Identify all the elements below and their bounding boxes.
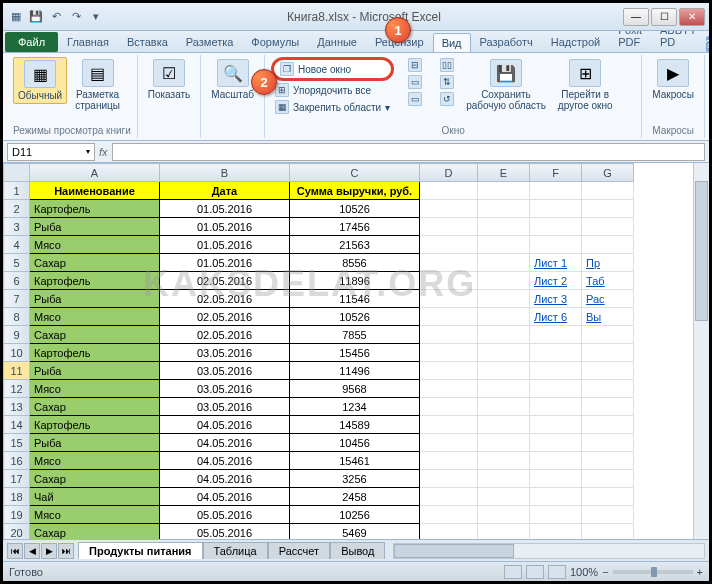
minimize-button[interactable]: — (623, 8, 649, 26)
cell-name[interactable]: Сахар (30, 326, 160, 344)
cell-date[interactable]: 03.05.2016 (160, 362, 290, 380)
tab-главная[interactable]: Главная (58, 32, 118, 52)
cell-value[interactable]: 10526 (290, 308, 420, 326)
row-header[interactable]: 7 (4, 290, 30, 308)
cell-value[interactable]: 11546 (290, 290, 420, 308)
cell-link[interactable] (582, 524, 634, 540)
column-header-C[interactable]: C (290, 164, 420, 182)
row-header[interactable]: 5 (4, 254, 30, 272)
cell-date[interactable]: 04.05.2016 (160, 416, 290, 434)
cell-link[interactable] (582, 326, 634, 344)
cell-name[interactable]: Рыба (30, 362, 160, 380)
row-header[interactable]: 14 (4, 416, 30, 434)
hscroll-thumb[interactable] (394, 544, 514, 558)
row-header[interactable]: 6 (4, 272, 30, 290)
cell-name[interactable]: Мясо (30, 308, 160, 326)
cell[interactable] (420, 326, 478, 344)
normal-view-status-button[interactable] (504, 565, 522, 579)
maximize-button[interactable]: ☐ (651, 8, 677, 26)
sheet-nav-first[interactable]: ⏮ (7, 543, 23, 559)
formula-bar[interactable] (112, 143, 705, 161)
cell[interactable] (420, 452, 478, 470)
cell-name[interactable]: Рыба (30, 218, 160, 236)
row-header[interactable]: 18 (4, 488, 30, 506)
tab-формулы[interactable]: Формулы (242, 32, 308, 52)
sheet-nav-next[interactable]: ▶ (41, 543, 57, 559)
cell-name[interactable]: Картофель (30, 272, 160, 290)
cell-link[interactable] (530, 434, 582, 452)
split-button[interactable]: ⊟ (404, 57, 426, 73)
cell-link[interactable]: Рас (582, 290, 634, 308)
cell-link[interactable] (530, 488, 582, 506)
cell-link[interactable] (530, 380, 582, 398)
cell-link[interactable]: Пр (582, 254, 634, 272)
select-all-corner[interactable] (4, 164, 30, 182)
cell-link[interactable] (582, 488, 634, 506)
cell[interactable] (420, 362, 478, 380)
cell-link[interactable] (530, 362, 582, 380)
cell[interactable] (420, 218, 478, 236)
column-header-G[interactable]: G (582, 164, 634, 182)
cell-link[interactable] (582, 344, 634, 362)
cell-name[interactable]: Сахар (30, 398, 160, 416)
cell-value[interactable]: 1234 (290, 398, 420, 416)
tab-вставка[interactable]: Вставка (118, 32, 177, 52)
cell[interactable] (420, 434, 478, 452)
column-header-A[interactable]: A (30, 164, 160, 182)
help-icon[interactable]: ? (706, 36, 712, 52)
excel-icon[interactable]: ▦ (7, 8, 25, 26)
cell-link[interactable] (582, 200, 634, 218)
cell-date[interactable]: 02.05.2016 (160, 308, 290, 326)
cell-value[interactable]: 21563 (290, 236, 420, 254)
cell-link[interactable] (582, 236, 634, 254)
cell-link[interactable] (582, 218, 634, 236)
switch-windows-button[interactable]: ⊞ Перейти в другое окно (554, 57, 617, 113)
cell-link[interactable]: Лист 2 (530, 272, 582, 290)
cell[interactable] (420, 308, 478, 326)
column-header-F[interactable]: F (530, 164, 582, 182)
row-header[interactable]: 15 (4, 434, 30, 452)
cell-link[interactable] (530, 470, 582, 488)
cell-value[interactable]: 5469 (290, 524, 420, 540)
sheet-nav-prev[interactable]: ◀ (24, 543, 40, 559)
cell-name[interactable]: Сахар (30, 470, 160, 488)
cell-date[interactable]: 03.05.2016 (160, 380, 290, 398)
cell-link[interactable] (530, 236, 582, 254)
unhide-button[interactable]: ▭ (404, 91, 426, 107)
cell[interactable] (420, 200, 478, 218)
cell-date[interactable]: 02.05.2016 (160, 326, 290, 344)
cell-name[interactable]: Чай (30, 488, 160, 506)
cell-link[interactable]: Таб (582, 272, 634, 290)
zoom-out-icon[interactable]: − (602, 566, 608, 578)
cell[interactable] (420, 236, 478, 254)
cell-link[interactable] (530, 506, 582, 524)
cell-value[interactable]: 14589 (290, 416, 420, 434)
undo-icon[interactable]: ↶ (47, 8, 65, 26)
redo-icon[interactable]: ↷ (67, 8, 85, 26)
row-header[interactable]: 16 (4, 452, 30, 470)
zoom-thumb[interactable] (651, 567, 657, 577)
row-header[interactable]: 17 (4, 470, 30, 488)
view-side-button[interactable]: ▯▯ (436, 57, 458, 73)
cell[interactable] (420, 344, 478, 362)
cell-link[interactable] (530, 344, 582, 362)
tab-данные[interactable]: Данные (308, 32, 366, 52)
cell-name[interactable]: Рыба (30, 434, 160, 452)
cell-date[interactable]: 03.05.2016 (160, 344, 290, 362)
qat-dropdown-icon[interactable]: ▾ (87, 8, 105, 26)
cell-date[interactable]: 04.05.2016 (160, 452, 290, 470)
cell-link[interactable] (582, 470, 634, 488)
cell-date[interactable]: 01.05.2016 (160, 254, 290, 272)
cell-link[interactable] (530, 200, 582, 218)
row-header[interactable]: 4 (4, 236, 30, 254)
cell-date[interactable]: 01.05.2016 (160, 218, 290, 236)
cell-date[interactable]: 04.05.2016 (160, 488, 290, 506)
sheet-tab[interactable]: Таблица (203, 542, 268, 559)
tab-вид[interactable]: Вид (433, 33, 471, 52)
cell-value[interactable]: 10526 (290, 200, 420, 218)
cell-link[interactable]: Вы (582, 308, 634, 326)
cell-date[interactable]: 02.05.2016 (160, 290, 290, 308)
cell-link[interactable] (582, 506, 634, 524)
cell-link[interactable]: Лист 3 (530, 290, 582, 308)
show-button[interactable]: ☑ Показать (144, 57, 195, 102)
